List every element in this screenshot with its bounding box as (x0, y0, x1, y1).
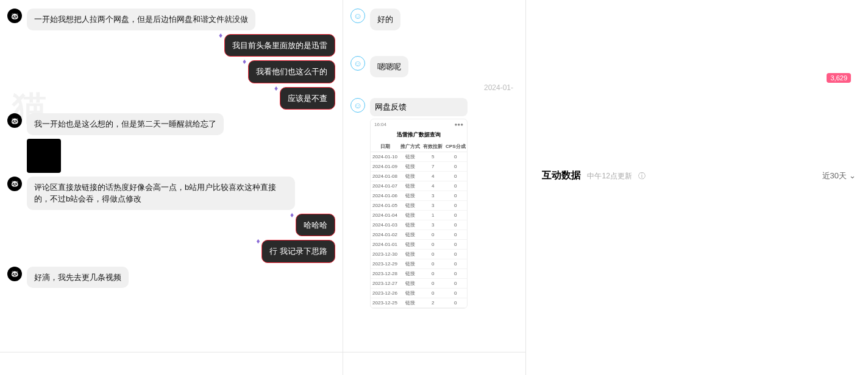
gem-icon: ♦ (290, 209, 294, 220)
table-row: 2024-01-01链接00 (371, 240, 467, 250)
message-row: ☺嗯嗯呢 (350, 56, 518, 78)
input-toolbar-left (0, 352, 343, 375)
table-row: 2024-01-06链接30 (371, 191, 467, 201)
table-row: 2023-12-30链接00 (371, 250, 467, 259)
embed-title: 迅雷推广数据查询 (371, 130, 467, 141)
table-row: 2024-01-03链接30 (371, 220, 467, 230)
input-toolbar-middle (343, 352, 525, 375)
date-separator: 2024-01- (350, 81, 518, 94)
message-bubble[interactable]: 我目前头条里面放的是迅雷♦ (224, 34, 335, 57)
gem-icon: ♦ (274, 83, 278, 94)
avatar: ☺ (350, 98, 365, 113)
avatar: 🐼 (7, 113, 22, 128)
table-row: 2024-01-08链接40 (371, 172, 467, 181)
message-row: 🐼评论区直接放链接的话热度好像会高一点，b站用户比较喜欢这种直接的，不过b站会吞… (7, 177, 335, 210)
message-row: 🐼我一开始也是这么想的，但是第二天一睡醒就给忘了 (7, 113, 335, 173)
gem-icon: ♦ (243, 56, 246, 67)
analytics-panel: 3,629 互动数据 中午12点更新 ⓘ 近30天 ⌄ (526, 0, 868, 375)
message-bubble[interactable]: 好的 (370, 9, 400, 30)
table-row: 2023-12-29链接00 (371, 259, 467, 269)
table-row: 2023-12-27链接00 (371, 279, 467, 289)
message-row: ☺好的 (350, 9, 518, 30)
message-image[interactable] (27, 139, 61, 173)
message-bubble[interactable]: 哈哈哈♦ (296, 214, 335, 237)
table-row: 2023-12-28链接00 (371, 269, 467, 279)
message-row: 行 我记录下思路♦ (7, 240, 335, 263)
table-row: 2024-01-10链接50 (371, 152, 467, 162)
message-bubble[interactable]: 评论区直接放链接的话热度好像会高一点，b站用户比较喜欢这种直接的，不过b站会吞，… (27, 177, 295, 210)
message-bubble[interactable]: 好滴，我先去更几条视频 (27, 267, 129, 289)
gem-icon: ♦ (256, 236, 260, 247)
message-row: ☺网盘反馈16:04●●●迅雷推广数据查询日期推广方式有效拉新CPS分成2024… (350, 98, 518, 309)
line-plot (566, 30, 856, 320)
chat-pane-left: 猫 🐼一开始我想把人拉两个网盘，但是后边怕网盘和谐文件就没做我目前头条里面放的是… (0, 0, 343, 375)
message-list-middle: ☺好的☺嗯嗯呢2024-01-☺网盘反馈16:04●●●迅雷推广数据查询日期推广… (343, 0, 525, 352)
message-row: 🐼一开始我想把人拉两个网盘，但是后边怕网盘和谐文件就没做 (7, 9, 335, 30)
avatar: 🐼 (7, 9, 22, 23)
table-row: 2024-01-05链接30 (371, 201, 467, 211)
table-row: 2023-12-25链接20 (371, 298, 467, 308)
table-row: 2023-12-26链接00 (371, 289, 467, 298)
avatar: 🐼 (7, 177, 22, 191)
message-bubble[interactable]: 我一开始也是这么想的，但是第二天一睡醒就给忘了 (27, 113, 224, 135)
embedded-screenshot[interactable]: 16:04●●●迅雷推广数据查询日期推广方式有效拉新CPS分成2024-01-1… (370, 119, 468, 309)
avatar: 🐼 (7, 267, 22, 281)
chat-pane-middle: ☺好的☺嗯嗯呢2024-01-☺网盘反馈16:04●●●迅雷推广数据查询日期推广… (343, 0, 526, 375)
message-bubble[interactable]: 行 我记录下思路♦ (261, 240, 335, 263)
message-row: 应该是不查♦ (7, 87, 335, 110)
table-row: 2024-01-02链接00 (371, 230, 467, 240)
table-row: 2024-01-09链接70 (371, 162, 467, 172)
message-bubble[interactable]: 我看他们也这么干的♦ (248, 60, 335, 83)
avatar: ☺ (350, 56, 365, 71)
avatar: ☺ (350, 9, 365, 23)
table-row: 2024-01-07链接40 (371, 181, 467, 191)
analytics-tabs (542, 0, 856, 22)
table-row: 2024-01-04链接10 (371, 211, 467, 220)
message-bubble[interactable]: 一开始我想把人拉两个网盘，但是后边怕网盘和谐文件就没做 (27, 9, 255, 30)
message-bubble[interactable]: 网盘反馈 (370, 98, 468, 116)
message-list-left: 🐼一开始我想把人拉两个网盘，但是后边怕网盘和谐文件就没做我目前头条里面放的是迅雷… (0, 0, 343, 352)
message-row: 哈哈哈♦ (7, 214, 335, 237)
message-bubble[interactable]: 应该是不查♦ (280, 87, 335, 110)
message-row: 我看他们也这么干的♦ (7, 60, 335, 83)
gem-icon: ♦ (219, 30, 222, 41)
message-bubble[interactable]: 嗯嗯呢 (370, 56, 408, 78)
message-row: 🐼好滴，我先去更几条视频 (7, 267, 335, 289)
message-row: 我目前头条里面放的是迅雷♦ (7, 34, 335, 57)
y-axis (542, 30, 564, 138)
trend-chart: 3,629 (542, 30, 856, 152)
